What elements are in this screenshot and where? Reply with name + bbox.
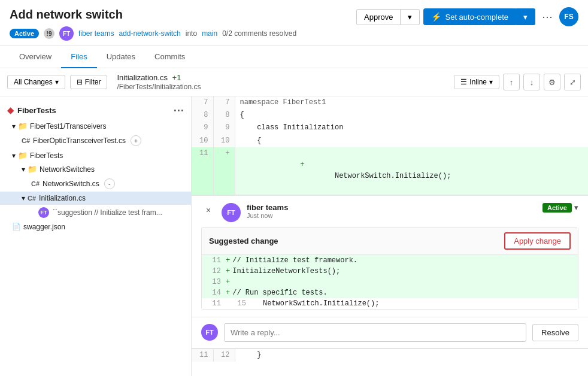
diff-line: 9 9 class Initialization [192,122,588,134]
tree-item-fiberoptic[interactable]: C# FiberOpticTransceiverTest.cs + [0,133,191,148]
expand-button[interactable]: ⤢ [564,74,581,90]
line-num-right: 9 [213,122,235,134]
nav-tabs: Overview Files Updates Commits [0,46,588,68]
line-num: 13 [209,278,221,286]
tree-item-label: FiberTest1/Transceivers [30,122,107,131]
plus-icon: + [300,160,304,169]
sidebar-title: FiberTests [17,106,56,115]
chevron-down-icon: ▾ [55,78,59,86]
tree-item-swagger[interactable]: 📄 swagger.json [0,220,191,234]
chevron-down-icon: ▾ [408,13,412,22]
header: Add network switch Approve ▾ ⚡ Set auto-… [0,0,588,46]
csharp-icon: C# [31,180,40,187]
tab-files[interactable]: Files [61,46,96,68]
sidebar-more-button[interactable]: ⋯ [173,105,184,116]
line-num: 12 [209,267,221,275]
file-tree-sidebar: ◆ FiberTests ⋯ ▾ 📁 FiberTest1/Transceive… [0,96,192,376]
add-button[interactable]: + [131,135,141,146]
all-changes-dropdown[interactable]: All Changes ▾ [7,75,65,89]
line-code: { [235,135,588,147]
autocomplete-button[interactable]: ⚡ Set auto-complete [423,8,516,25]
avatar: FS [559,7,578,26]
line-code: } [235,349,588,362]
tree-item-label: Initialization.cs [39,194,86,202]
chevron-down-icon: ▾ [12,151,16,160]
tree-item-networkswitch[interactable]: C# NetworkSwitch.cs - [0,176,191,192]
approve-button[interactable]: Approve [356,9,401,25]
approve-dropdown-button[interactable]: ▾ [401,9,420,25]
notification-count: !9 [44,28,54,39]
inline-icon: ☰ [460,78,467,86]
suggestion-box: Suggested change Apply change 11 + // In… [201,227,578,310]
tree-item-label: FiberTests [30,151,63,160]
author-link[interactable]: fiber teams [78,29,114,38]
suggestion-title: Suggested change [209,236,278,245]
inline-view-button[interactable]: ☰ Inline ▾ [454,75,499,89]
settings-button[interactable]: ⚙ [544,74,560,90]
line-num-left: 10 [192,135,213,147]
added-count: +1 [172,73,181,82]
line-code: { [235,109,588,122]
diff-line: 8 8 { [192,109,588,122]
spacer [251,299,263,308]
line-code: InitializeNetworkTests(); [232,267,340,275]
filter-button[interactable]: ⊟ Filter [70,75,108,89]
code-panel: 7 7 namespace FiberTest1 8 8 { 9 9 class… [192,96,588,376]
suggestion-line: 14 + // Run specific tests. [202,287,578,298]
tree-item-suggestion[interactable]: FT ``suggestion // Initialize test fram.… [0,205,191,220]
comments-resolved: 0/2 comments resolved [222,29,296,38]
tab-commits[interactable]: Commits [145,46,195,68]
suggestion-line: 12 + InitializeNetworkTests(); [202,266,578,277]
header-meta: Active !9 FT fiber teams add-network-swi… [10,26,578,41]
json-icon: 📄 [12,223,21,231]
csharp-icon: C# [28,195,36,202]
page-title: Add network switch [10,8,123,22]
tab-updates[interactable]: Updates [97,46,145,68]
line-num-left: 11 [192,147,213,195]
tree-item-networkswitches[interactable]: ▾ 📁 NetworkSwitches [0,162,191,176]
line-code: // Initialize test framework. [232,256,357,265]
chevron-down-icon: ▾ [12,122,16,131]
line-code: class Initialization [235,122,588,134]
comment-header: × FT fiber teams Just now Active ▾ [192,196,588,227]
resolve-button[interactable]: Resolve [532,324,578,341]
reply-section: FT Resolve [192,317,588,348]
branch-from[interactable]: add-network-switch [119,29,180,38]
folder-icon: 📁 [18,151,28,160]
scroll-down-button[interactable]: ↓ [523,74,540,90]
apply-change-button[interactable]: Apply change [504,232,571,250]
reply-avatar: FT [201,324,218,341]
line-num-right: 10 [213,135,235,147]
autocomplete-button-group: ⚡ Set auto-complete ▾ [423,8,535,25]
minus-button[interactable]: - [104,178,115,189]
header-actions: Approve ▾ ⚡ Set auto-complete ▾ ⋯ FS [356,7,578,26]
scroll-up-button[interactable]: ↑ [503,74,520,90]
line-num-right: 12 [213,349,235,362]
tree-item-fibertests[interactable]: ▾ 📁 FiberTests [0,148,191,162]
reply-input[interactable] [224,323,526,342]
close-comment-button[interactable]: × [201,203,216,217]
branch-into[interactable]: main [202,29,217,38]
csharp-icon: C# [22,137,30,144]
plus-icon: + [226,289,230,297]
suggestion-line: 11 15 NetworkSwitch.Initialize(); [202,298,578,309]
file-path-info: Initialization.cs +1 /FiberTests/Initial… [117,73,201,91]
line-num: 11 [209,299,221,308]
more-options-button[interactable]: ⋯ [539,8,556,25]
line-num: 14 [209,289,221,297]
line-code: // Run specific tests. [232,289,327,297]
tree-item-initialization[interactable]: ▾ C# Initialization.cs [0,192,191,205]
chevron-down-icon: ▾ [489,78,493,86]
tab-overview[interactable]: Overview [10,46,61,68]
autocomplete-dropdown-button[interactable]: ▾ [516,8,535,25]
suggestion-avatar: FT [38,207,49,218]
line-num-right: + [213,147,235,195]
chevron-down-icon: ▾ [574,203,578,212]
branch-into-label: into [186,29,197,38]
bottom-diff-table: 11 12 } [192,349,588,362]
filter-label: Filter [85,78,101,86]
line-code: namespace FiberTest1 [235,96,588,109]
commenter-name: fiber teams [247,203,537,212]
comment-status-dropdown[interactable]: Active ▾ [542,203,578,213]
tree-item-transceivers[interactable]: ▾ 📁 FiberTest1/Transceivers [0,119,191,133]
